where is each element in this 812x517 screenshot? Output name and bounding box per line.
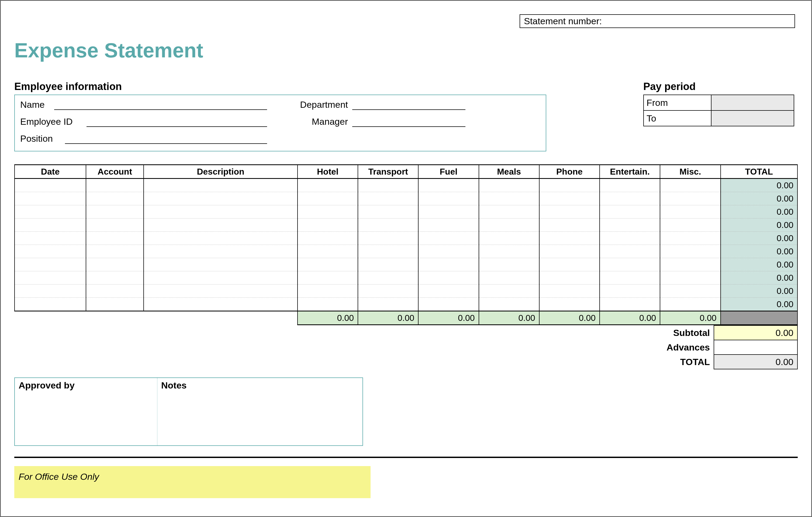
cell-phone[interactable] [539,298,600,311]
employee-id-field[interactable] [87,117,267,127]
cell-date[interactable] [14,271,86,284]
cell-transport[interactable] [358,258,418,271]
cell-meals[interactable] [479,218,539,232]
statement-number-box[interactable]: Statement number: [520,14,795,28]
cell-misc[interactable] [660,245,720,258]
cell-account[interactable] [86,205,144,218]
cell-fuel[interactable] [418,232,478,245]
cell-entertain[interactable] [600,298,660,311]
cell-entertain[interactable] [600,245,660,258]
cell-entertain[interactable] [600,179,660,192]
cell-description[interactable] [144,298,297,311]
cell-meals[interactable] [479,271,539,284]
cell-description[interactable] [144,258,297,271]
cell-fuel[interactable] [418,245,478,258]
cell-fuel[interactable] [418,218,478,232]
cell-misc[interactable] [660,258,720,271]
cell-description[interactable] [144,245,297,258]
cell-description[interactable] [144,271,297,284]
cell-misc[interactable] [660,232,720,245]
cell-date[interactable] [14,179,86,192]
cell-meals[interactable] [479,192,539,205]
cell-account[interactable] [86,232,144,245]
cell-hotel[interactable] [297,232,358,245]
cell-date[interactable] [14,298,86,311]
cell-date[interactable] [14,258,86,271]
cell-date[interactable] [14,284,86,298]
cell-fuel[interactable] [418,192,478,205]
cell-hotel[interactable] [297,205,358,218]
cell-meals[interactable] [479,205,539,218]
cell-meals[interactable] [479,298,539,311]
cell-misc[interactable] [660,179,720,192]
cell-description[interactable] [144,205,297,218]
manager-field[interactable] [352,117,465,127]
cell-entertain[interactable] [600,192,660,205]
cell-phone[interactable] [539,284,600,298]
cell-meals[interactable] [479,232,539,245]
advances-value[interactable] [714,340,798,355]
position-field[interactable] [65,134,267,144]
cell-account[interactable] [86,192,144,205]
cell-phone[interactable] [539,218,600,232]
cell-hotel[interactable] [297,298,358,311]
cell-misc[interactable] [660,284,720,298]
cell-phone[interactable] [539,179,600,192]
cell-account[interactable] [86,271,144,284]
cell-entertain[interactable] [600,218,660,232]
pay-period-to-value[interactable] [711,111,794,126]
cell-fuel[interactable] [418,284,478,298]
cell-transport[interactable] [358,284,418,298]
cell-account[interactable] [86,298,144,311]
cell-meals[interactable] [479,245,539,258]
pay-period-from-value[interactable] [711,95,794,111]
cell-description[interactable] [144,192,297,205]
cell-phone[interactable] [539,205,600,218]
cell-hotel[interactable] [297,271,358,284]
cell-account[interactable] [86,284,144,298]
cell-description[interactable] [144,232,297,245]
cell-meals[interactable] [479,179,539,192]
cell-date[interactable] [14,245,86,258]
cell-hotel[interactable] [297,258,358,271]
cell-transport[interactable] [358,232,418,245]
cell-misc[interactable] [660,205,720,218]
cell-transport[interactable] [358,245,418,258]
cell-account[interactable] [86,245,144,258]
department-field[interactable] [352,100,465,110]
cell-hotel[interactable] [297,218,358,232]
cell-meals[interactable] [479,284,539,298]
cell-fuel[interactable] [418,298,478,311]
cell-account[interactable] [86,218,144,232]
cell-entertain[interactable] [600,232,660,245]
cell-description[interactable] [144,284,297,298]
cell-account[interactable] [86,179,144,192]
cell-meals[interactable] [479,258,539,271]
cell-phone[interactable] [539,232,600,245]
cell-misc[interactable] [660,271,720,284]
cell-fuel[interactable] [418,179,478,192]
cell-entertain[interactable] [600,284,660,298]
cell-date[interactable] [14,192,86,205]
cell-description[interactable] [144,218,297,232]
cell-hotel[interactable] [297,245,358,258]
cell-hotel[interactable] [297,284,358,298]
cell-transport[interactable] [358,271,418,284]
cell-misc[interactable] [660,218,720,232]
cell-phone[interactable] [539,245,600,258]
name-field[interactable] [54,100,267,110]
cell-transport[interactable] [358,218,418,232]
cell-entertain[interactable] [600,205,660,218]
cell-fuel[interactable] [418,258,478,271]
cell-transport[interactable] [358,179,418,192]
cell-fuel[interactable] [418,205,478,218]
cell-date[interactable] [14,232,86,245]
cell-fuel[interactable] [418,271,478,284]
cell-date[interactable] [14,218,86,232]
cell-entertain[interactable] [600,271,660,284]
cell-description[interactable] [144,179,297,192]
cell-hotel[interactable] [297,192,358,205]
cell-transport[interactable] [358,205,418,218]
cell-date[interactable] [14,205,86,218]
cell-misc[interactable] [660,192,720,205]
